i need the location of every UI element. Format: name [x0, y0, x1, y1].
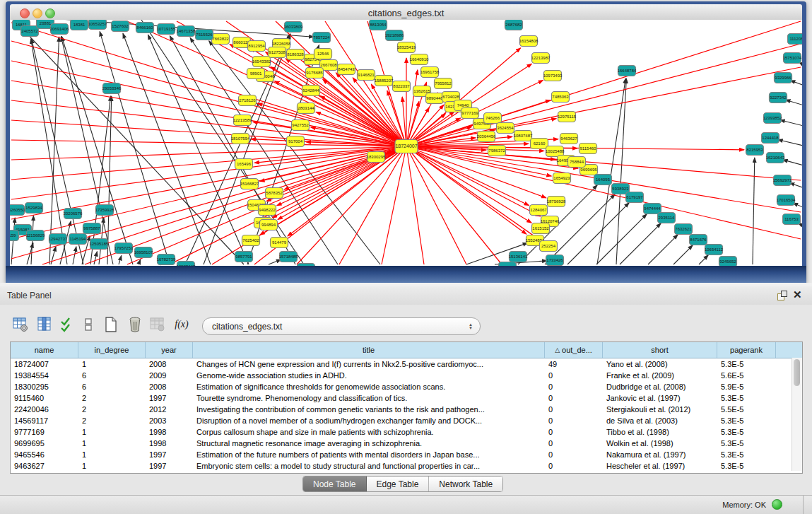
graph-node[interactable]: 7663822 — [212, 34, 230, 45]
table-row[interactable]: 977716911998Corpus callosum shape and si… — [11, 426, 802, 438]
table-cell[interactable]: 9115460 — [11, 392, 78, 404]
graph-node[interactable]: 16154808 — [519, 36, 539, 47]
vertical-scrollbar[interactable] — [792, 358, 802, 471]
table-cell[interactable]: 5.3E-5 — [717, 460, 776, 472]
table-cell[interactable]: Genome-wide association studies in ADHD. — [193, 370, 545, 381]
graph-node[interactable]: 8813054 — [370, 20, 387, 30]
graph-node[interactable]: 20691406 — [50, 24, 69, 35]
table-cell[interactable]: Changes of HCN gene expression and I(f) … — [193, 358, 545, 370]
table-cell[interactable]: 2008 — [146, 381, 193, 392]
table-cell[interactable]: 1997 — [146, 392, 193, 404]
graph-node[interactable]: 252254 — [540, 241, 558, 252]
graph-node[interactable]: 20364456 — [477, 132, 496, 142]
graph-node[interactable]: 18756928 — [547, 197, 566, 207]
table-cell[interactable]: 2012 — [146, 404, 193, 415]
table-cell[interactable]: 6 — [78, 381, 146, 392]
graph-node[interactable]: 12505185 — [90, 239, 109, 250]
table-row[interactable]: 969969511998Structural magnetic resonanc… — [11, 438, 802, 449]
graph-node[interactable]: 3624554 — [497, 123, 514, 134]
table-cell[interactable]: 0 — [545, 438, 603, 449]
graph-node[interactable]: 1654923 — [553, 173, 571, 184]
column-header-short[interactable]: short — [603, 342, 717, 358]
graph-node[interactable]: 914479 — [271, 238, 288, 248]
graph-node[interactable]: 15166827 — [240, 179, 259, 189]
table-cell[interactable]: 0 — [545, 426, 603, 438]
graph-node[interactable]: 8454743 — [338, 64, 355, 75]
table-cell[interactable]: 49 — [545, 358, 603, 370]
table-row[interactable]: 1872400712008Changes of HCN gene express… — [11, 358, 802, 370]
graph-node[interactable]: 1527602 — [112, 21, 129, 32]
float-panel-icon[interactable] — [777, 291, 787, 300]
graph-node[interactable]: 16543382 — [252, 57, 271, 67]
graph-node[interactable]: 165496 — [235, 159, 253, 170]
graph-node[interactable]: 9242844 — [302, 86, 320, 96]
graph-node[interactable]: 18325419 — [397, 42, 416, 53]
table-selector-dropdown[interactable]: citations_edges.txt ▲▼ — [202, 317, 481, 335]
graph-node[interactable]: 7857224 — [313, 33, 331, 43]
graph-node[interactable]: 164095 — [594, 175, 612, 185]
graph-node[interactable]: 9146821 — [358, 70, 375, 81]
table-cell[interactable]: 5.3E-5 — [717, 392, 776, 404]
table-cell[interactable]: 19384554 — [11, 370, 78, 381]
graph-node[interactable]: 10807487 — [514, 131, 533, 141]
graph-node[interactable]: 9115460 — [579, 144, 597, 154]
table-cell[interactable]: 18724007 — [11, 358, 78, 370]
table-cell[interactable]: Nakamura et al. (1997) — [603, 449, 717, 460]
graph-node[interactable]: 8186328 — [287, 49, 305, 60]
table-cell[interactable]: 1998 — [146, 438, 193, 449]
table-cell[interactable]: 14569117 — [11, 415, 78, 426]
table-cell[interactable]: 0 — [545, 449, 603, 460]
graph-node[interactable]: 9474444 — [644, 204, 661, 214]
graph-node[interactable]: 8466160 — [136, 23, 154, 33]
graph-node[interactable]: 111208 — [788, 34, 803, 45]
table-cell[interactable]: de Silva et al. (2003) — [603, 415, 717, 426]
table-cell[interactable]: 0 — [545, 381, 603, 392]
table-cell[interactable]: 9699695 — [11, 438, 78, 449]
graph-node[interactable]: 39159 — [10, 230, 19, 241]
column-header-in_degree[interactable]: in_degree — [78, 342, 146, 358]
table-cell[interactable]: Corpus callosum shape and size in male p… — [193, 426, 545, 438]
graph-node[interactable]: 15136141 — [509, 252, 528, 262]
table-cell[interactable]: Estimation of significance thresholds fo… — [193, 381, 545, 392]
graph-node[interactable]: 5878352 — [266, 188, 283, 199]
graph-node-hub[interactable]: 18724007 — [395, 140, 418, 153]
table-cell[interactable]: 1 — [78, 449, 146, 460]
graph-node[interactable]: 18381 — [71, 20, 88, 30]
table-cell[interactable]: Wolkin et al. (1998) — [603, 438, 717, 449]
table-cell[interactable]: 5.3E-5 — [717, 426, 776, 438]
graph-node[interactable]: 1284067 — [530, 205, 548, 216]
graph-node[interactable]: 6179197 — [626, 192, 644, 203]
table-cell[interactable]: 5.3E-5 — [717, 438, 776, 449]
graph-node[interactable]: 12156829 — [26, 230, 45, 241]
graph-node[interactable]: 16033809 — [284, 22, 303, 33]
graph-node[interactable]: 16648784 — [618, 66, 637, 76]
graph-node[interactable]: 116753 — [783, 214, 801, 225]
tab-node-table[interactable]: Node Table — [303, 477, 367, 491]
graph-node[interactable]: 9427552 — [292, 120, 310, 131]
graph-node[interactable]: 15885207 — [375, 76, 394, 86]
graph-node[interactable]: 9245652 — [719, 257, 737, 267]
graph-node[interactable]: 10653257 — [88, 20, 107, 30]
table-row[interactable]: 1938455462009Genome-wide association stu… — [11, 370, 802, 381]
graph-node[interactable]: 18300295 — [367, 152, 386, 163]
select-all-icon[interactable] — [58, 315, 76, 334]
table-cell[interactable]: 2 — [78, 404, 146, 415]
table-cell[interactable]: 0 — [545, 392, 603, 404]
graph-node[interactable]: 9227342 — [770, 93, 787, 103]
graph-node[interactable]: 16961758 — [420, 67, 440, 78]
table-cell[interactable]: 2009 — [146, 370, 193, 381]
graph-node[interactable]: 7515526 — [196, 30, 213, 40]
graph-node[interactable]: 98901 — [247, 69, 265, 79]
table-cell[interactable]: 22420046 — [11, 404, 78, 415]
graph-node[interactable]: 14671358 — [177, 26, 196, 37]
graph-node[interactable]: 16640910 — [410, 54, 429, 65]
table-cell[interactable]: 1997 — [146, 460, 193, 472]
table-cell[interactable]: 1997 — [146, 449, 193, 460]
network-canvas[interactable]: 1872400776638228660128891295418226058912… — [10, 20, 802, 266]
table-cell[interactable]: Embryonic stem cells: a model to study s… — [193, 460, 545, 472]
table-cell[interactable]: 2008 — [146, 358, 193, 370]
deselect-all-icon[interactable] — [79, 315, 98, 334]
table-cell[interactable]: 1 — [78, 438, 146, 449]
graph-node[interactable]: 12546 — [314, 49, 332, 59]
table-cell[interactable]: Stergiakouli et al. (2012) — [603, 404, 717, 415]
